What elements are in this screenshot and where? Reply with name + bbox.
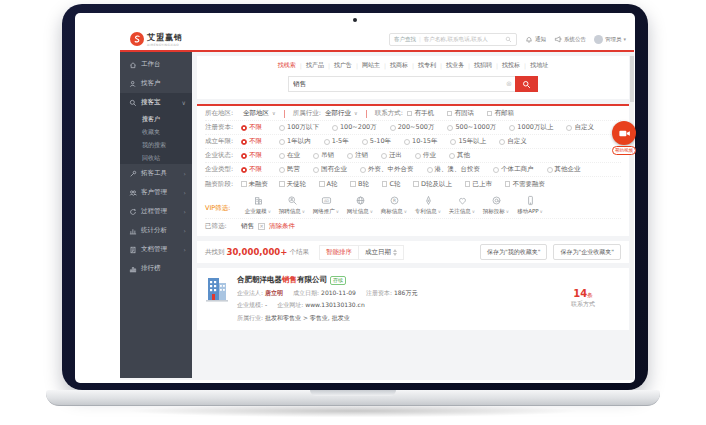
contact-count-block[interactable]: 14条 联系方式 [571, 288, 595, 309]
filter-option[interactable]: 5-10年 [362, 137, 391, 146]
filter-option[interactable]: 其他 [449, 151, 470, 160]
tab-2[interactable]: 找广告 [334, 61, 352, 70]
contact-option-2[interactable]: 有邮箱 [487, 109, 514, 118]
filter-option[interactable]: 迁出 [381, 151, 402, 160]
filter-option[interactable]: 注销 [347, 151, 368, 160]
vip-filter-7[interactable]: 招标投标∨ [479, 195, 513, 215]
radio [279, 125, 285, 131]
industry-select[interactable]: 全部行业 ∨ [325, 109, 358, 118]
clear-filters-link[interactable]: 清除条件 [269, 222, 295, 231]
sidebar-item-4[interactable]: 客户管理› [120, 183, 192, 202]
filter-option[interactable]: 在业 [279, 151, 300, 160]
vip-filter-5[interactable]: 专利信息∨ [411, 195, 445, 215]
search-button[interactable] [515, 76, 538, 92]
sidebar-subitem-2-3[interactable]: 回收站 [120, 151, 192, 164]
filter-option[interactable]: D轮及以上 [413, 180, 452, 189]
tab-9[interactable]: 找地址 [530, 61, 548, 70]
help-video-button[interactable] [612, 121, 636, 145]
vip-filter-2[interactable]: AD网络推广∨ [309, 195, 343, 215]
tab-3[interactable]: 网站主 [362, 61, 380, 70]
filter-option[interactable]: 不限 [241, 123, 273, 132]
filter-option[interactable]: A轮 [319, 180, 337, 189]
scrollbar-thumb[interactable] [630, 56, 634, 102]
announcement-button[interactable]: 系统公告 [554, 35, 586, 43]
keyword-input[interactable] [288, 76, 503, 92]
sidebar-item-7[interactable]: 文档管理› [120, 240, 192, 259]
sort-smart-button[interactable]: 智能排序 [320, 246, 359, 259]
company-card[interactable]: 合肥朝洋电器销售有限公司 存续 企业法人:唐立明 成立日期:2010-11-09… [197, 268, 629, 330]
tab-4[interactable]: 找商标 [390, 61, 408, 70]
customer-search-box[interactable]: 客户查找 | 客户名称,联系电话,联系人 [389, 33, 517, 46]
sidebar-item-8[interactable]: 排行榜 [120, 259, 192, 278]
scrollbar[interactable] [630, 54, 634, 380]
sidebar-item-2[interactable]: 搜客宝∨ [120, 93, 192, 112]
filter-option[interactable]: 不限 [241, 137, 273, 146]
filter-option[interactable]: 不限 [241, 165, 273, 174]
company-name[interactable]: 合肥朝洋电器销售有限公司 存续 [237, 275, 563, 285]
filter-option[interactable]: 个体工商户 [493, 165, 534, 174]
sidebar-subitem-2-1[interactable]: 收藏夹 [120, 125, 192, 138]
filter-option[interactable]: 不限 [241, 151, 273, 160]
sidebar-item-6[interactable]: 统计分析› [120, 221, 192, 240]
tab-1[interactable]: 找产品 [306, 61, 324, 70]
tab-5[interactable]: 找专利 [418, 61, 436, 70]
filter-option[interactable]: 100万以下 [279, 123, 319, 132]
chevron-right-icon: › [184, 208, 186, 215]
remove-tag-icon[interactable]: ✕ [258, 223, 265, 230]
sidebar-item-3[interactable]: 拓客工具› [120, 164, 192, 183]
filter-option[interactable]: 天使轮 [279, 180, 306, 189]
user-menu[interactable]: 管理员 ▾ [594, 35, 626, 44]
filter-option[interactable]: 1000万以上 [509, 123, 553, 132]
contact-option-0[interactable]: 有手机 [407, 109, 434, 118]
clear-keyword-icon[interactable]: ⊗ [503, 76, 515, 92]
vip-filter-0[interactable]: 企业规模∨ [241, 195, 275, 215]
filter-option[interactable]: 未融资 [241, 180, 273, 189]
tab-8[interactable]: 找投标 [502, 61, 520, 70]
filter-option[interactable]: 自定义 [499, 137, 527, 146]
sidebar-item-5[interactable]: 过程管理› [120, 202, 192, 221]
filter-option[interactable]: 15年以上 [450, 137, 486, 146]
filter-option[interactable]: 吊销 [313, 151, 334, 160]
filter-option[interactable]: 500~1000万 [447, 123, 496, 132]
chevron-down-icon: ▾ [623, 36, 626, 42]
filter-option[interactable]: 停业 [415, 151, 436, 160]
filter-option[interactable]: 国有企业 [313, 165, 347, 174]
brand-logo[interactable]: 艾盟赢销 AIMENGYINGXIAO [130, 32, 183, 47]
laptop-screen: 艾盟赢销 AIMENGYINGXIAO 客户查找 | 客户名称,联系电话,联系人 [75, 13, 635, 383]
filter-option[interactable]: B轮 [350, 180, 368, 189]
save-company-favorites-button[interactable]: 保存为"企业收藏夹" [553, 244, 621, 260]
filter-option[interactable]: 100~200万 [332, 123, 377, 132]
contact-option-1[interactable]: 有固话 [447, 109, 474, 118]
filter-option[interactable]: 港、澳、台投资 [427, 165, 481, 174]
laptop-base-notch [310, 390, 396, 396]
sort-date-button[interactable]: 成立日期 [359, 246, 403, 259]
save-my-favorites-button[interactable]: 保存为"我的收藏夹" [480, 244, 548, 260]
filter-option[interactable]: 1年以内 [279, 137, 311, 146]
sidebar-item-1[interactable]: 找客户 [120, 74, 192, 93]
vip-filter-6[interactable]: 关注信息∨ [445, 195, 479, 215]
tab-0[interactable]: 找线索 [278, 61, 296, 70]
filter-option[interactable]: 民营 [279, 165, 300, 174]
app-window: 艾盟赢销 AIMENGYINGXIAO 客户查找 | 客户名称,联系电话,联系人 [120, 28, 634, 380]
vip-filter-8[interactable]: 移动APP∨ [513, 195, 547, 215]
sidebar-subitem-2-2[interactable]: 我的搜索 [120, 138, 192, 151]
filter-option[interactable]: 1-5年 [324, 137, 349, 146]
tab-6[interactable]: 找业务 [446, 61, 464, 70]
region-select[interactable]: 全部地区 ∨ [243, 109, 276, 118]
tab-7[interactable]: 找招聘 [474, 61, 492, 70]
notification-button[interactable]: 通知 [525, 35, 546, 43]
filter-option[interactable]: 不需要融资 [505, 180, 545, 189]
sidebar-item-0[interactable]: 工作台 [120, 55, 192, 74]
filter-option[interactable]: 已上市 [465, 180, 492, 189]
filter-option[interactable]: 自定义 [566, 123, 594, 132]
vip-filter-1[interactable]: 招聘信息∨ [275, 195, 309, 215]
company-website: www.130130130.cn [305, 301, 364, 308]
vip-filter-3[interactable]: 网址信息∨ [343, 195, 377, 215]
sidebar-subitem-2-0[interactable]: 搜客户 [120, 112, 192, 125]
filter-option[interactable]: 外资、中外合资 [360, 165, 414, 174]
filter-option[interactable]: C轮 [382, 180, 401, 189]
filter-option[interactable]: 其他企业 [547, 165, 581, 174]
vip-filter-4[interactable]: R商标信息∨ [377, 195, 411, 215]
filter-option[interactable]: 200~500万 [390, 123, 435, 132]
filter-option[interactable]: 10-15年 [404, 137, 437, 146]
